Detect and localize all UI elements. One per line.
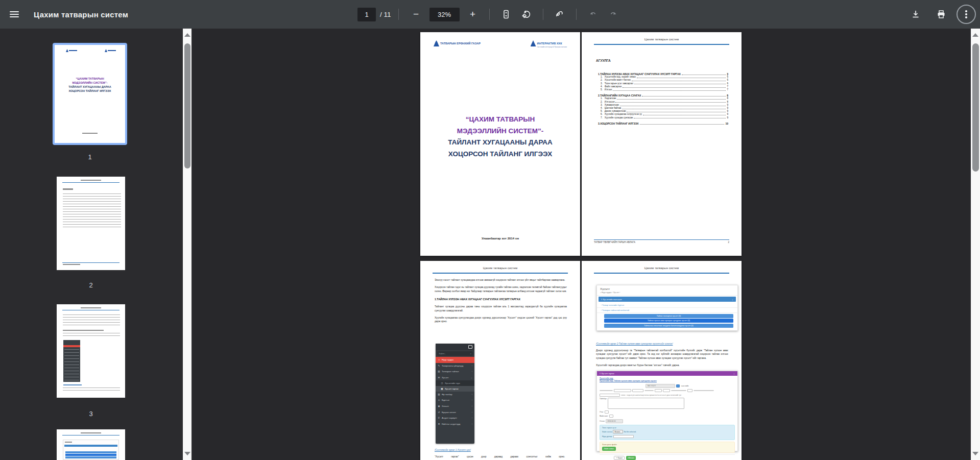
toc-heading: АГУУЛГА (596, 59, 611, 62)
pdf-page-3: Цахим татварын систем Энэхүү хэсэгт тайл… (420, 261, 580, 460)
table-of-contents: 1.ТАЙЛАН ХҮЛЭЭН АВАХ ХУГАЦААГ СУНГУУЛАХ … (596, 70, 728, 125)
thumb-menu-screenshot (63, 340, 80, 382)
menu-item: ▤ Татварын тайлан ‹ (436, 369, 474, 375)
menu-item: ▥ Өр төлбөр ‹ (436, 392, 474, 398)
menu-item: ⌂ Нүүр хуудас (436, 357, 474, 363)
chevron-icon: ‹ (472, 370, 472, 373)
menu-item: ◉ Хяналт ‹ (436, 403, 474, 409)
undo-button[interactable] (585, 6, 601, 22)
zoom-out-button[interactable]: − (408, 6, 424, 22)
send-button: Илгээх (626, 456, 636, 460)
menu-item: ↺ Буцаан олголт ‹ (436, 409, 474, 415)
menu-item: ✉ Хүсэлт ⌄ (436, 375, 474, 381)
thumbnail-page-1[interactable]: “ЦАХИМ ТАТВАРЫН МЭДЭЭЛЛИЙН СИСТЕМ”- ТАЙЛ… (53, 43, 127, 145)
print-button[interactable] (933, 6, 949, 22)
request-type-row: Тайлан засварлах хүсэлт (0) (604, 314, 733, 318)
chevron-icon: ‹ (472, 365, 472, 367)
chevron-icon: ‹ (472, 411, 472, 414)
menu-search-field: Хайлт... ⌕ (437, 351, 473, 356)
header-rule (594, 273, 729, 274)
hamburger-menu-button[interactable] (0, 0, 29, 29)
request-group-link: › Татварын тайлантай холбоотой (597, 308, 737, 313)
chevron-icon: ‹ (472, 405, 472, 407)
header-rule (594, 44, 729, 45)
scroll-up-arrow[interactable] (184, 33, 190, 37)
zoom-in-button[interactable]: + (465, 6, 481, 22)
print-icon (936, 9, 946, 19)
menu-item-icon: ❖ (438, 423, 440, 425)
chevron-down-icon: ⌄ (733, 372, 735, 375)
thumb-logo-left (66, 49, 77, 52)
thumbnail-page-4[interactable] (57, 429, 125, 460)
scroll-down-arrow[interactable] (184, 452, 190, 455)
thumbnail-label-3: 3 (57, 410, 125, 418)
interactive-llc-logo: ИНТЕРАКТИВ ХХК Системийн интеграци & Про… (531, 40, 567, 49)
rotate-button[interactable] (518, 6, 535, 22)
document-title: Цахим татварын систем (34, 10, 128, 19)
interactive-llc-logo-icon (531, 40, 536, 46)
thumbnail-label-2: 2 (57, 281, 125, 289)
menu-item-icon: ✎ (438, 365, 440, 367)
fit-to-page-button[interactable] (498, 6, 514, 22)
toolbar-divider (576, 9, 577, 20)
search-icon: ⌕ (470, 352, 471, 355)
menu-item-icon: ◷ (441, 382, 443, 384)
main-scrollbar-thumb[interactable] (972, 43, 979, 172)
menu-item-icon: ⌂ (438, 358, 440, 361)
menu-item-icon: ↺ (438, 411, 440, 414)
page-footer: ТАТВАР ТӨЛӨГЧИЙН ГАРЫН АВЛАГА 2 (594, 239, 729, 244)
toc-row: 5. Илгээх 7 (596, 88, 728, 91)
download-button[interactable] (907, 6, 924, 22)
menu-item: ♙ Бүртгэл ‹ (436, 397, 474, 403)
page-number-input[interactable] (357, 8, 376, 21)
chevron-icon: ‹ (472, 423, 472, 425)
chevron-icon: ‹ (472, 417, 472, 419)
request-list-bar: ≡ Хүсэлтийн жагсаалт ⌄ (599, 297, 736, 302)
thumbnail-page-3[interactable] (57, 304, 125, 398)
annotate-button[interactable] (552, 6, 568, 22)
more-options-button[interactable] (957, 5, 976, 24)
menu-item-icon: ✉ (438, 376, 440, 379)
thumbnail-label-1: 1 (53, 153, 127, 161)
figure-caption: /Системийн зураг 2-Тайлан хүлээн авах су… (596, 343, 728, 345)
menu-item: ✎ Тохиргооны үйлдлүүд ‹ (436, 363, 474, 369)
menu-item: ◷ Хүсэлтийн түүх (436, 380, 474, 386)
chevron-icon: ‹ (472, 393, 472, 396)
fit-to-page-icon (501, 9, 511, 19)
section-heading: 1.ТАЙЛАН ХҮЛЭЭН АВАХ ХУГАЦААГ СУНГУУЛАХ … (435, 298, 567, 301)
pdf-viewer-area: ТАТВАРЫН ЕРӨНХИЙ ГАЗАР ИНТЕРАКТИВ ХХК Си… (193, 29, 980, 460)
scroll-up-arrow[interactable] (972, 33, 978, 37)
chevron-icon: ‹ (472, 399, 472, 401)
menu-item: ❖ Нийтлэг асуултууд ‹ (436, 421, 474, 427)
thumbnail-page-2[interactable] (57, 177, 125, 270)
redo-button[interactable] (605, 6, 622, 22)
page-header: Цахим татварын систем (582, 38, 742, 41)
breadcrumb: ⌂ Нүүр хуудас › Хүсэлт › (597, 292, 737, 296)
kebab-dot (965, 13, 967, 15)
pen-squiggle-icon (555, 9, 565, 19)
chevron-down-icon: ⌄ (732, 298, 733, 301)
thumb-form-screenshot (63, 440, 119, 460)
menu-item: ✆ Асуулт хариулт ‹ (436, 415, 474, 421)
tax-authority-logo-icon (434, 40, 439, 46)
page-header: Цахим татварын систем (420, 267, 580, 270)
form-header-bar: ≡ Хүсэлт гаргах ⌄ (597, 371, 737, 376)
attachments-section: Хавсаргах файл Файл нэмэх (600, 442, 735, 453)
menu-item-icon: ♙ (438, 399, 440, 401)
sidebar-scrollbar-thumb[interactable] (184, 43, 190, 168)
thumb-logo-right (105, 49, 116, 52)
request-list-screenshot: Хүсэлт ⌂ Нүүр хуудас › Хүсэлт › ≡ Хүсэлт… (596, 285, 738, 331)
request-group-link: › Татвар төлөгчийн бүртгэл (597, 303, 737, 308)
tax-authority-logo: ТАТВАРЫН ЕРӨНХИЙ ГАЗАР (434, 40, 481, 49)
toolbar-divider (398, 9, 399, 20)
pdf-page-1: ТАТВАРЫН ЕРӨНХИЙ ГАЗАР ИНТЕРАКТИВ ХХК Си… (420, 32, 580, 256)
cover-title: “ЦАХИМ ТАТВАРЫН МЭДЭЭЛЛИЙН СИСТЕМ”- ТАЙЛ… (425, 114, 575, 160)
page-number: 2 (728, 241, 729, 244)
scroll-down-arrow[interactable] (972, 452, 978, 455)
header-rule (433, 273, 568, 274)
page-count-label: / 11 (380, 11, 391, 18)
hamburger-icon (10, 10, 19, 19)
app-logo-icon (468, 345, 472, 349)
add-file-button: Файл нэмэх (602, 447, 616, 451)
kebab-dot (965, 10, 967, 12)
